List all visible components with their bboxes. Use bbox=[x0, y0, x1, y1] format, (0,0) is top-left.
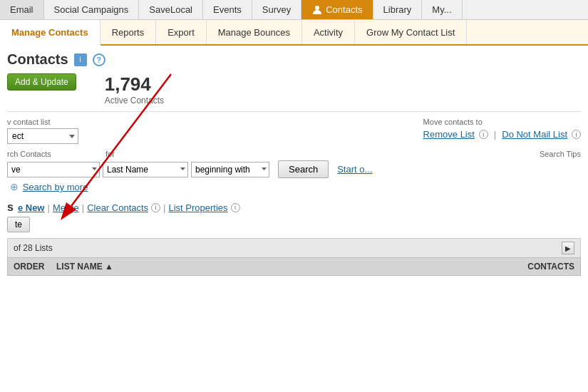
add-update-button[interactable]: Add & Update bbox=[7, 73, 76, 91]
search-contacts-label: rch Contacts bbox=[7, 150, 100, 158]
list-properties-link[interactable]: List Properties bbox=[169, 202, 228, 213]
page-title: Contacts bbox=[7, 51, 68, 68]
search-field2-select[interactable]: Last Name First Name Email Company bbox=[103, 162, 188, 177]
remove-list-link[interactable]: Remove List bbox=[423, 129, 475, 140]
nav-savelocal[interactable]: SaveLocal bbox=[139, 0, 203, 19]
clear-contacts-info-icon[interactable]: i bbox=[151, 203, 160, 212]
active-contacts-label: Active Contacts bbox=[105, 96, 164, 105]
delete-button-wrapper: te bbox=[7, 217, 581, 235]
search-button[interactable]: Search bbox=[278, 160, 329, 178]
search-labels-row: rch Contacts for Search Tips bbox=[7, 150, 581, 158]
lists-actions: e New | Merge | Clear Contacts i | List … bbox=[18, 202, 240, 213]
nav-social-campaigns[interactable]: Social Campaigns bbox=[44, 0, 140, 19]
contact-list-label: v contact list bbox=[7, 118, 78, 126]
start-over-link[interactable]: Start o... bbox=[337, 164, 372, 175]
subnav-manage-contacts[interactable]: Manage Contacts bbox=[0, 20, 100, 46]
search-by-more-link[interactable]: Search by more bbox=[23, 182, 88, 192]
nav-events[interactable]: Events bbox=[203, 0, 252, 19]
nav-survey[interactable]: Survey bbox=[252, 0, 301, 19]
lists-header-row: s e New | Merge | Clear Contacts i | Lis… bbox=[7, 201, 581, 214]
contacts-nav-icon bbox=[311, 4, 323, 16]
lists-count-text: of 28 Lists bbox=[14, 243, 53, 253]
sub-navigation: Manage Contacts Reports Export Manage Bo… bbox=[0, 20, 588, 46]
subnav-grow-my-contact-list[interactable]: Grow My Contact List bbox=[355, 20, 467, 44]
search-tips-label: Search Tips bbox=[540, 150, 581, 158]
plus-icon: ⊕ bbox=[10, 181, 19, 192]
move-contacts-label: Move contacts to bbox=[423, 118, 581, 126]
contact-list-row: v contact list ect All Contacts List 1 M… bbox=[7, 118, 581, 144]
lists-section: s e New | Merge | Clear Contacts i | Lis… bbox=[7, 201, 581, 276]
clear-contacts-link[interactable]: Clear Contacts bbox=[87, 202, 148, 213]
move-contacts-section: Move contacts to Remove List i | Do Not … bbox=[423, 118, 581, 140]
subnav-activity[interactable]: Activity bbox=[302, 20, 355, 44]
for-label: for bbox=[105, 150, 205, 158]
page-content: Contacts i ? Add & Update 1,794 Active C… bbox=[0, 46, 588, 282]
contact-list-select[interactable]: ect All Contacts List 1 bbox=[7, 128, 78, 144]
search-by-more-row: ⊕ Search by more bbox=[10, 181, 581, 192]
col-contacts-header: CONTACTS bbox=[517, 262, 574, 272]
top-navigation: Email Social Campaigns SaveLocal Events … bbox=[0, 0, 588, 20]
contact-list-section: v contact list ect All Contacts List 1 bbox=[7, 118, 78, 144]
do-not-mail-info-icon[interactable]: i bbox=[572, 130, 581, 139]
col-order-header: ORDER bbox=[14, 262, 56, 272]
info-box-icon[interactable]: i bbox=[74, 53, 87, 66]
help-icon[interactable]: ? bbox=[93, 53, 105, 66]
subnav-manage-bounces[interactable]: Manage Bounces bbox=[207, 20, 302, 44]
move-contacts-links: Remove List i | Do Not Mail List i bbox=[423, 129, 581, 140]
list-properties-info-icon[interactable]: i bbox=[231, 203, 240, 212]
col-name-header[interactable]: LIST NAME ▲ bbox=[56, 262, 517, 272]
lists-title: s bbox=[7, 201, 14, 214]
active-contacts-count: 1,794 bbox=[105, 73, 164, 96]
nav-my[interactable]: My... bbox=[422, 0, 462, 19]
subnav-export[interactable]: Export bbox=[156, 20, 207, 44]
search-section: rch Contacts for Search Tips ve All Fiel… bbox=[7, 150, 581, 192]
subnav-reports[interactable]: Reports bbox=[100, 20, 157, 44]
lists-count-bar: of 28 Lists ▶ bbox=[7, 238, 581, 257]
nav-email[interactable]: Email bbox=[0, 0, 44, 19]
remove-list-info-icon[interactable]: i bbox=[479, 130, 488, 139]
search-field3-select[interactable]: beginning with equal to containing bbox=[191, 162, 269, 177]
page-title-row: Contacts i ? bbox=[7, 51, 581, 68]
merge-link[interactable]: Merge bbox=[53, 202, 79, 213]
nav-library[interactable]: Library bbox=[373, 0, 423, 19]
nav-contacts[interactable]: Contacts bbox=[301, 0, 373, 19]
scroll-right-button[interactable]: ▶ bbox=[562, 242, 574, 254]
do-not-mail-link[interactable]: Do Not Mail List bbox=[502, 129, 567, 140]
new-list-link[interactable]: e New bbox=[18, 202, 45, 213]
svg-point-0 bbox=[315, 6, 319, 10]
divider-1 bbox=[7, 111, 581, 112]
delete-button[interactable]: te bbox=[7, 217, 30, 232]
search-field1-select[interactable]: ve All Fields Email First Name Last Name bbox=[7, 162, 100, 177]
table-header: ORDER LIST NAME ▲ CONTACTS bbox=[7, 257, 581, 276]
active-contacts-stat: 1,794 Active Contacts bbox=[105, 73, 164, 105]
